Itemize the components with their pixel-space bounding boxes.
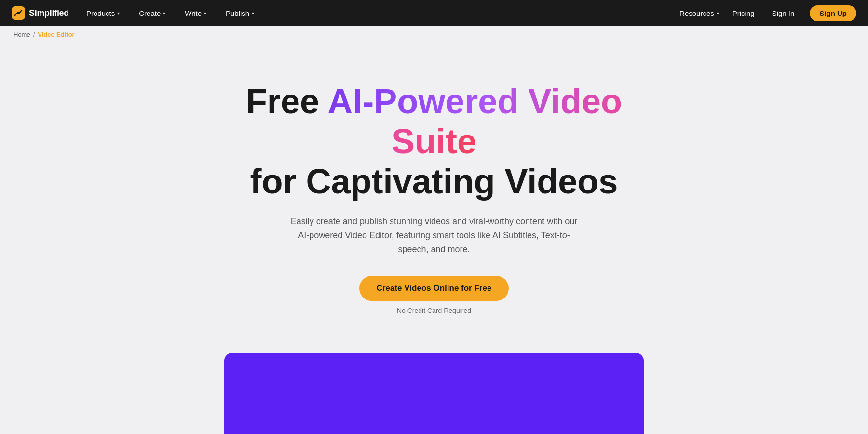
nav-resources-label: Resources (679, 9, 714, 17)
signup-button[interactable]: Sign Up (810, 5, 856, 21)
nav-products-chevron-icon: ▾ (117, 11, 120, 16)
nav-resources-chevron-icon: ▾ (717, 11, 719, 16)
hero-title-gradient: AI-Powered Video Suite (327, 82, 622, 161)
nav-write-chevron-icon: ▾ (204, 11, 206, 16)
svg-point-1 (17, 12, 19, 14)
video-preview[interactable] (224, 353, 644, 434)
signin-button[interactable]: Sign In (766, 6, 800, 20)
no-cc-label: No Credit Card Required (397, 307, 471, 314)
cta-button[interactable]: Create Videos Online for Free (359, 276, 509, 301)
hero-title-plain: Free (246, 82, 327, 121)
navbar: Simplified Products ▾ Create ▾ Write ▾ P… (0, 0, 868, 26)
nav-publish-chevron-icon: ▾ (252, 11, 254, 16)
nav-resources[interactable]: Resources ▾ (678, 6, 721, 20)
nav-create-label: Create (139, 9, 161, 17)
simplified-logo-icon (12, 6, 25, 20)
nav-publish[interactable]: Publish ▾ (224, 6, 256, 20)
navbar-right: Resources ▾ Pricing Sign In Sign Up (678, 5, 856, 21)
nav-publish-label: Publish (226, 9, 249, 17)
nav-products-label: Products (86, 9, 115, 17)
hero-title: Free AI-Powered Video Suite for Captivat… (217, 81, 651, 201)
breadcrumb-current[interactable]: Video Editor (38, 31, 74, 38)
navbar-left: Simplified Products ▾ Create ▾ Write ▾ P… (12, 6, 678, 20)
breadcrumb-home[interactable]: Home (14, 31, 30, 38)
brand-name: Simplified (29, 8, 69, 18)
hero-subtitle: Easily create and publish stunning video… (285, 215, 583, 256)
breadcrumb-separator: / (33, 31, 35, 38)
hero-title-plain2: for Captivating Videos (250, 162, 618, 201)
nav-write[interactable]: Write ▾ (183, 6, 208, 20)
breadcrumb: Home / Video Editor (0, 26, 868, 43)
hero-section: Free AI-Powered Video Suite for Captivat… (0, 43, 868, 334)
nav-pricing[interactable]: Pricing (731, 6, 757, 20)
nav-create[interactable]: Create ▾ (137, 6, 167, 20)
video-preview-wrapper (0, 353, 868, 434)
nav-products[interactable]: Products ▾ (84, 6, 122, 20)
logo-link[interactable]: Simplified (12, 6, 69, 20)
nav-pricing-label: Pricing (732, 9, 755, 17)
nav-create-chevron-icon: ▾ (163, 11, 165, 16)
nav-write-label: Write (185, 9, 202, 17)
